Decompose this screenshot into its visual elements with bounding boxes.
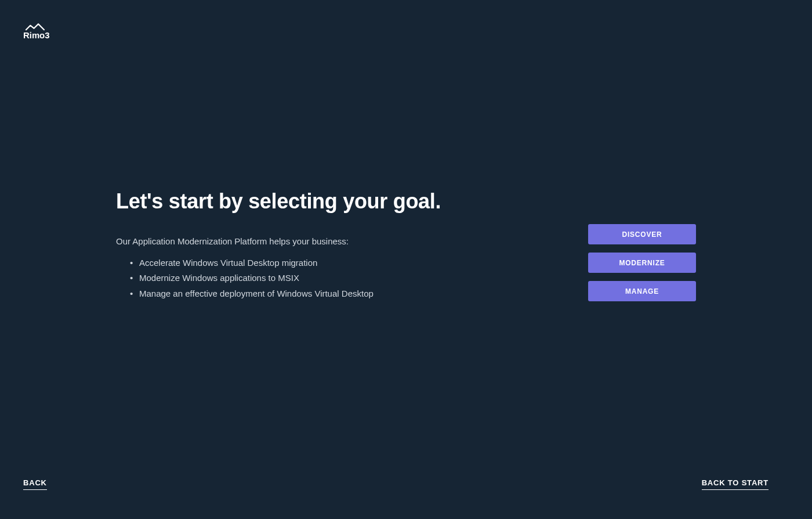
text-section: Let's start by selecting your goal. Our … [116, 189, 441, 301]
page-heading: Let's start by selecting your goal. [116, 189, 441, 214]
intro-text: Our Application Modernization Platform h… [116, 235, 441, 248]
discover-button[interactable]: DISCOVER [588, 224, 696, 244]
feature-item: Modernize Windows applications to MSIX [139, 271, 441, 286]
feature-item: Manage an effective deployment of Window… [139, 286, 441, 301]
back-to-start-link[interactable]: BACK TO START [702, 478, 768, 490]
action-button-group: DISCOVER MODERNIZE MANAGE [588, 224, 696, 301]
svg-text:Rimo3: Rimo3 [23, 31, 49, 40]
rimo3-logo-icon: Rimo3 [23, 23, 59, 41]
footer-navigation: BACK BACK TO START [23, 478, 768, 490]
feature-list: Accelerate Windows Virtual Desktop migra… [116, 255, 441, 301]
main-content: Let's start by selecting your goal. Our … [116, 189, 696, 301]
modernize-button[interactable]: MODERNIZE [588, 253, 696, 273]
back-link[interactable]: BACK [23, 478, 47, 490]
manage-button[interactable]: MANAGE [588, 281, 696, 301]
brand-logo: Rimo3 [23, 23, 59, 41]
feature-item: Accelerate Windows Virtual Desktop migra… [139, 255, 441, 271]
